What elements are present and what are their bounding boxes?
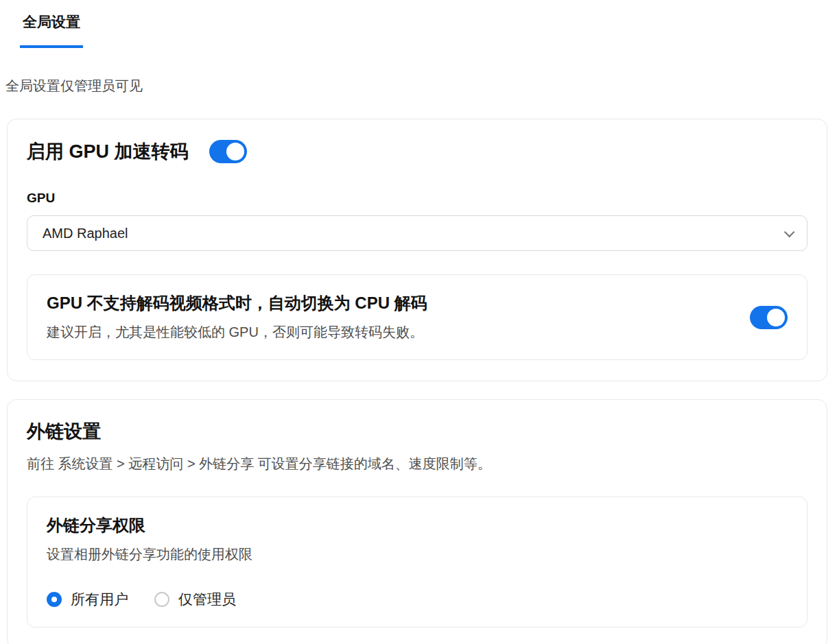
gpu-transcode-row: 启用 GPU 加速转码 xyxy=(27,140,807,163)
cpu-fallback-description: 建议开启，尤其是性能较低的 GPU，否则可能导致转码失败。 xyxy=(47,323,427,342)
radio-label-admin-only: 仅管理员 xyxy=(178,590,236,609)
radio-icon[interactable] xyxy=(154,592,169,607)
chevron-down-icon xyxy=(784,226,795,237)
tab-bar: 全局设置 xyxy=(0,0,837,48)
cpu-fallback-title: GPU 不支持解码视频格式时，自动切换为 CPU 解码 xyxy=(47,293,427,313)
radio-option-admin-only[interactable]: 仅管理员 xyxy=(154,590,236,609)
share-permission-radio-group: 所有用户 仅管理员 xyxy=(47,590,788,609)
share-permission-card: 外链分享权限 设置相册外链分享功能的使用权限 所有用户 仅管理员 xyxy=(27,497,807,628)
toggle-knob xyxy=(767,309,785,326)
external-link-title: 外链设置 xyxy=(27,420,807,442)
gpu-transcode-toggle[interactable] xyxy=(209,140,247,163)
external-link-settings-card: 外链设置 前往 系统设置 > 远程访问 > 外链分享 可设置分享链接的域名、速度… xyxy=(7,399,827,644)
cpu-fallback-text: GPU 不支持解码视频格式时，自动切换为 CPU 解码 建议开启，尤其是性能较低… xyxy=(47,293,427,342)
radio-icon[interactable] xyxy=(47,592,62,607)
share-permission-title: 外链分享权限 xyxy=(47,515,788,536)
gpu-settings-card: 启用 GPU 加速转码 GPU AMD Raphael GPU 不支持解码视频格… xyxy=(7,119,827,381)
toggle-knob xyxy=(226,143,244,160)
tab-global-settings[interactable]: 全局设置 xyxy=(20,10,83,48)
external-link-description: 前往 系统设置 > 远程访问 > 外链分享 可设置分享链接的域名、速度限制等。 xyxy=(27,455,807,473)
share-permission-description: 设置相册外链分享功能的使用权限 xyxy=(47,545,788,564)
gpu-field-label: GPU xyxy=(27,191,807,206)
radio-label-all-users: 所有用户 xyxy=(71,590,128,609)
cpu-fallback-card: GPU 不支持解码视频格式时，自动切换为 CPU 解码 建议开启，尤其是性能较低… xyxy=(27,274,807,360)
admin-visibility-note: 全局设置仅管理员可见 xyxy=(5,77,837,95)
radio-option-all-users[interactable]: 所有用户 xyxy=(47,590,128,609)
gpu-select[interactable]: AMD Raphael xyxy=(27,215,807,251)
cpu-fallback-toggle[interactable] xyxy=(750,306,788,329)
gpu-transcode-title: 启用 GPU 加速转码 xyxy=(27,141,189,163)
gpu-select-value: AMD Raphael xyxy=(43,226,128,241)
